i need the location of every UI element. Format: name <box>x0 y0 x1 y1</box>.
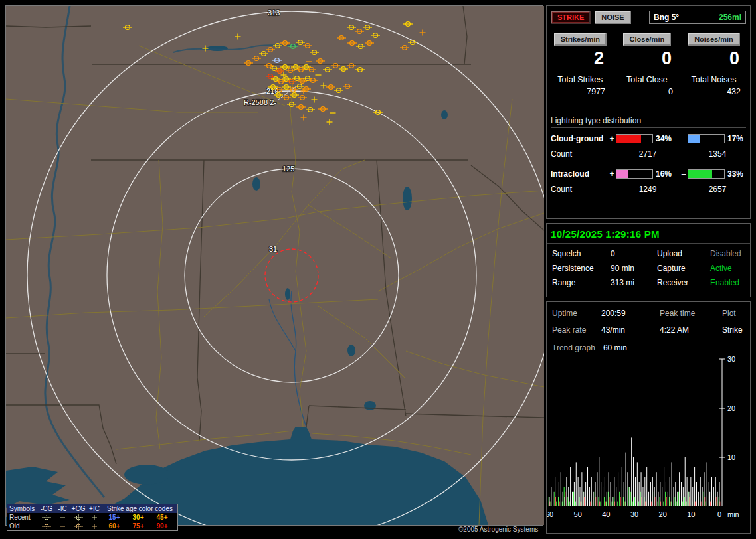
cg-minus-symbol <box>39 514 54 521</box>
upload-label: Upload <box>657 249 710 258</box>
cg-minus-count: 1354 <box>688 149 747 159</box>
divider <box>549 110 747 110</box>
age-75: 75+ <box>126 522 150 530</box>
cg-plus-symbol <box>70 514 86 521</box>
ic-minus-count: 2657 <box>688 185 747 194</box>
legend-col-cg-minus: -CG <box>39 505 54 512</box>
range-value: 313 mi <box>611 278 657 287</box>
count-label: Count <box>551 149 608 159</box>
cloud-ground-row: Cloud-ground + 34% – 17% <box>551 134 746 143</box>
divider <box>547 243 750 244</box>
noises-per-min-button[interactable]: Noises/min <box>688 33 740 46</box>
svg-text:20: 20 <box>727 404 735 412</box>
settings-box: 10/25/2025 1:29:16 PM Squelch 0 Upload D… <box>546 223 751 297</box>
cg-minus-bar <box>688 134 725 143</box>
svg-text:10: 10 <box>727 453 735 461</box>
ic-minus-old-symbol <box>54 523 70 530</box>
uptime-label: Uptime <box>552 309 601 318</box>
bearing-value: 256mi <box>719 13 741 22</box>
status-grid: Squelch 0 Upload Disabled Persistence 90… <box>547 246 750 290</box>
app-window: { "map": { "ring_labels": [{"text":"313"… <box>0 0 756 539</box>
ic-minus-symbol <box>54 514 70 521</box>
legend-col-cg-plus: +CG <box>70 505 86 512</box>
annotation-text: R-2588 2- <box>244 98 276 106</box>
intracloud-row: Intracloud + 16% – 33% <box>551 169 746 179</box>
ic-plus-pct: 16% <box>653 169 680 179</box>
lake-5 <box>364 401 376 410</box>
strikes-per-min-value: 2 <box>547 48 614 68</box>
legend-col-ic-plus: +IC <box>86 505 102 512</box>
ring-label-313: 313 <box>268 9 280 17</box>
bearing-readout: Bng 5° 256mi <box>649 11 746 24</box>
close-per-min-value: 0 <box>614 48 682 68</box>
squelch-label: Squelch <box>552 249 611 258</box>
peak-time-value: 4:22 AM <box>660 325 722 335</box>
cg-plus-count: 2717 <box>616 149 680 159</box>
peak-time-label: Peak time <box>660 309 722 318</box>
datetime-display: 10/25/2025 1:29:16 PM <box>547 224 750 243</box>
strikes-per-min-button[interactable]: Strikes/min <box>554 33 607 46</box>
trend-header: Trend graph 60 min <box>547 335 750 352</box>
symbols-legend: Symbols -CG -IC +CG +IC Strike age color… <box>7 504 178 531</box>
bearing-label: Bng 5° <box>654 13 679 22</box>
capture-label: Capture <box>657 264 710 273</box>
distribution-title: Lightning type distribution <box>551 116 746 128</box>
count-label: Count <box>551 185 608 194</box>
persistence-value: 90 min <box>611 264 657 273</box>
close-per-min-button[interactable]: Close/min <box>623 33 672 46</box>
noises-per-min-value: 0 <box>682 48 750 68</box>
legend-age-title: Strike age color codes <box>102 505 177 512</box>
ic-plus-count: 1249 <box>616 185 680 194</box>
age-90: 90+ <box>150 522 174 530</box>
age-30: 30+ <box>126 514 150 521</box>
ic-minus-bar <box>688 169 725 179</box>
peak-rate-label: Peak rate <box>552 325 601 335</box>
ring-label-125: 125 <box>282 165 294 173</box>
copyright-text: ©2005 Astrogenic Systems <box>458 526 538 533</box>
legend-recent-label: Recent <box>7 514 39 521</box>
cg-plus-old-symbol <box>70 523 86 530</box>
lake-7 <box>441 110 448 119</box>
svg-text:10: 10 <box>687 510 695 518</box>
lake-2 <box>252 177 260 191</box>
ring-label-31: 31 <box>269 245 277 253</box>
cloud-ground-count-row: Count 2717 1354 <box>551 149 746 159</box>
lake-3 <box>403 187 412 210</box>
cg-minus-pct: 17% <box>725 134 747 143</box>
squelch-value: 0 <box>611 249 657 258</box>
persistence-label: Persistence <box>552 264 611 273</box>
lake-6 <box>285 288 290 300</box>
trend-graph-label: Trend graph <box>552 343 595 352</box>
lightning-map[interactable]: 313 219 125 31 R-2588 2- <box>5 5 543 526</box>
legend-old-label: Old <box>7 522 39 530</box>
intracloud-count-row: Count 1249 2657 <box>551 185 746 194</box>
ic-minus-pct: 33% <box>725 169 747 179</box>
noise-mode-button[interactable]: NOISE <box>595 11 630 24</box>
counters-box: STRIKE NOISE Bng 5° 256mi Strikes/min Cl… <box>546 5 751 219</box>
cg-minus-old-symbol <box>39 523 54 530</box>
legend-title: Symbols <box>7 505 39 512</box>
minus-sign: – <box>680 134 688 143</box>
minus-sign: – <box>680 169 688 179</box>
svg-text:60: 60 <box>547 510 553 518</box>
receiver-status: Enabled <box>710 278 745 287</box>
upload-status: Disabled <box>710 249 745 258</box>
svg-text:0: 0 <box>717 510 721 518</box>
ic-plus-old-symbol <box>86 523 102 530</box>
side-panel: STRIKE NOISE Bng 5° 256mi Strikes/min Cl… <box>546 0 751 539</box>
svg-text:40: 40 <box>602 510 610 518</box>
intracloud-label: Intracloud <box>551 169 608 179</box>
map-canvas: 313 219 125 31 R-2588 2- <box>6 6 544 525</box>
age-60: 60+ <box>102 522 126 530</box>
strike-mode-button[interactable]: STRIKE <box>551 11 591 24</box>
trend-graph-chart: 1020306050403020100min <box>547 356 747 522</box>
cg-plus-bar <box>616 134 653 143</box>
uptime-value: 200:59 <box>601 309 660 318</box>
plot-label: Plot <box>722 309 745 318</box>
stats-grid: Uptime 200:59 Peak time Plot Peak rate 4… <box>547 302 750 335</box>
ic-plus-bar <box>616 169 653 179</box>
total-strikes-label: Total Strikes <box>547 75 614 84</box>
plus-sign: + <box>608 134 616 143</box>
total-strikes-value: 7977 <box>547 87 614 96</box>
total-noises-value: 432 <box>682 87 750 96</box>
